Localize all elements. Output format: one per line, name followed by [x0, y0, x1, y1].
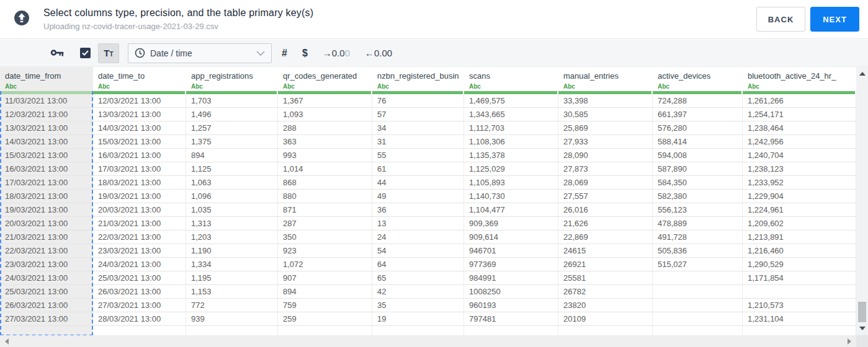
table-cell[interactable]: 35	[372, 299, 464, 312]
table-cell[interactable]: 1,334	[186, 258, 278, 271]
primary-key-icon[interactable]	[50, 48, 65, 58]
table-cell[interactable]: 20/03/2021 13:00	[0, 217, 93, 230]
scroll-left-icon[interactable]	[5, 338, 9, 345]
table-cell[interactable]: 594,008	[653, 149, 743, 162]
vertical-scrollbar[interactable]	[856, 67, 868, 335]
table-cell[interactable]	[464, 326, 558, 335]
vertical-scrollbar-thumb[interactable]	[858, 302, 866, 322]
table-cell[interactable]: 64	[372, 258, 464, 271]
column-header-active_devices[interactable]: active_devicesAbc	[653, 67, 743, 91]
table-cell[interactable]: 31	[372, 135, 464, 148]
table-cell[interactable]: 34	[372, 121, 464, 134]
table-cell[interactable]: 588,414	[653, 135, 743, 148]
table-cell[interactable]: 1,238,123	[743, 162, 856, 175]
table-cell[interactable]: 1,104,477	[464, 203, 558, 216]
table-cell[interactable]: 1,254,171	[743, 108, 856, 121]
column-header-date_time_from[interactable]: date_time_fromAbc	[0, 67, 93, 91]
table-cell[interactable]: 11/03/2021 13:00	[0, 94, 93, 107]
table-cell[interactable]: 76	[372, 94, 464, 107]
table-cell[interactable]: 16/03/2021 13:00	[93, 149, 186, 162]
table-cell[interactable]: 584,350	[653, 176, 743, 189]
table-cell[interactable]: 1,240,704	[743, 149, 856, 162]
table-cell[interactable]: 1,140,730	[464, 190, 558, 203]
table-cell[interactable]: 993	[278, 149, 372, 162]
table-cell[interactable]: 1,209,602	[743, 217, 856, 230]
table-cell[interactable]: 1,035	[186, 203, 278, 216]
table-cell[interactable]: 17/03/2021 13:00	[93, 162, 186, 175]
table-cell[interactable]	[653, 312, 743, 325]
table-cell[interactable]: 1,216,460	[743, 244, 856, 257]
table-cell[interactable]: 26921	[558, 258, 653, 271]
table-cell[interactable]: 28,090	[558, 149, 653, 162]
column-header-app_registrations[interactable]: app_registrationsAbc	[186, 67, 278, 91]
table-cell[interactable]: 44	[372, 176, 464, 189]
table-cell[interactable]: 1,096	[186, 190, 278, 203]
table-cell[interactable]: 491,728	[653, 231, 743, 244]
table-cell[interactable]: 28,069	[558, 176, 653, 189]
table-cell[interactable]: 1,213,891	[743, 231, 856, 244]
table-cell[interactable]: 16/03/2021 13:00	[0, 162, 93, 175]
table-cell[interactable]: 18/03/2021 13:00	[0, 190, 93, 203]
table-cell[interactable]: 1008250	[464, 285, 558, 298]
table-cell[interactable]	[372, 326, 464, 335]
table-cell[interactable]: 15/03/2021 13:00	[93, 135, 186, 148]
table-cell[interactable]: 19/03/2021 13:00	[93, 190, 186, 203]
table-cell[interactable]: 1,093	[278, 108, 372, 121]
table-cell[interactable]: 350	[278, 231, 372, 244]
table-cell[interactable]: 287	[278, 217, 372, 230]
table-cell[interactable]: 27,873	[558, 162, 653, 175]
column-header-date_time_to[interactable]: date_time_toAbc	[93, 67, 186, 91]
table-cell[interactable]: 515,027	[653, 258, 743, 271]
table-cell[interactable]: 27,557	[558, 190, 653, 203]
table-cell[interactable]: 1,190	[186, 244, 278, 257]
table-cell[interactable]: 582,380	[653, 190, 743, 203]
table-cell[interactable]: 1,105,893	[464, 176, 558, 189]
table-cell[interactable]: 1,135,378	[464, 149, 558, 162]
increase-decimal-button[interactable]: →0.00	[323, 48, 350, 58]
table-cell[interactable]: 1,224,961	[743, 203, 856, 216]
table-cell[interactable]: 960193	[464, 299, 558, 312]
table-cell[interactable]: 61	[372, 162, 464, 175]
table-cell[interactable]: 478,889	[653, 217, 743, 230]
table-cell[interactable]: 25/03/2021 13:00	[93, 271, 186, 284]
table-cell[interactable]: 1,313	[186, 217, 278, 230]
table-cell[interactable]: 30,585	[558, 108, 653, 121]
table-cell[interactable]: 36	[372, 203, 464, 216]
table-cell[interactable]: 1,238,464	[743, 121, 856, 134]
table-cell[interactable]: 1,231,104	[743, 312, 856, 325]
table-cell[interactable]: 65	[372, 271, 464, 284]
table-cell[interactable]: 1,063	[186, 176, 278, 189]
table-cell[interactable]: 288	[278, 121, 372, 134]
table-cell[interactable]: 894	[278, 285, 372, 298]
table-cell[interactable]: 1,242,956	[743, 135, 856, 148]
table-cell[interactable]: 19	[372, 312, 464, 325]
table-cell[interactable]: 1,203	[186, 231, 278, 244]
table-cell[interactable]: 587,890	[653, 162, 743, 175]
table-cell[interactable]: 24615	[558, 244, 653, 257]
table-cell[interactable]: 23/03/2021 13:00	[93, 244, 186, 257]
table-cell[interactable]: 1,072	[278, 258, 372, 271]
table-cell[interactable]: 22,869	[558, 231, 653, 244]
table-cell[interactable]: 1,112,703	[464, 121, 558, 134]
number-type-button[interactable]: #	[282, 48, 287, 59]
table-cell[interactable]: 772	[186, 299, 278, 312]
table-cell[interactable]: 22/03/2021 13:00	[0, 244, 93, 257]
table-cell[interactable]: 24/03/2021 13:00	[0, 271, 93, 284]
table-cell[interactable]: 939	[186, 312, 278, 325]
table-cell[interactable]: 797481	[464, 312, 558, 325]
column-enabled-checkbox[interactable]	[80, 48, 91, 58]
table-cell[interactable]: 1,375	[186, 135, 278, 148]
table-cell[interactable]: 1,257	[186, 121, 278, 134]
table-cell[interactable]: 21,626	[558, 217, 653, 230]
table-cell[interactable]: 14/03/2021 13:00	[0, 135, 93, 148]
table-cell[interactable]: 14/03/2021 13:00	[93, 121, 186, 134]
table-cell[interactable]: 505,836	[653, 244, 743, 257]
table-cell[interactable]: 1,496	[186, 108, 278, 121]
table-cell[interactable]: 1,343,665	[464, 108, 558, 121]
table-cell[interactable]: 880	[278, 190, 372, 203]
table-cell[interactable]: 26/03/2021 13:00	[0, 299, 93, 312]
table-cell[interactable]: 27/03/2021 13:00	[93, 299, 186, 312]
table-cell[interactable]: 259	[278, 312, 372, 325]
table-cell[interactable]: 13	[372, 217, 464, 230]
table-cell[interactable]: 23820	[558, 299, 653, 312]
